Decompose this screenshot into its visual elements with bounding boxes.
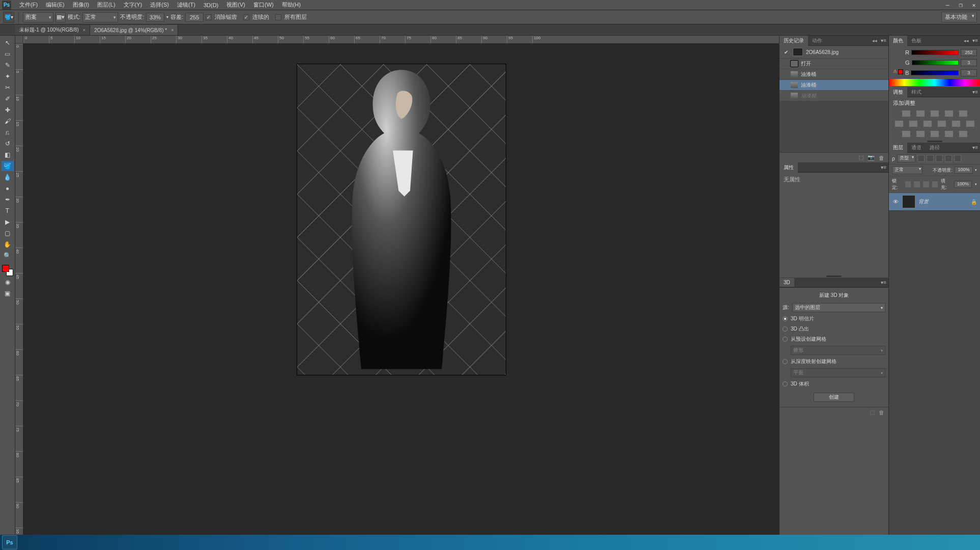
fill-source-dropdown[interactable]: 图案 [23, 12, 53, 22]
b-value[interactable]: 3 [961, 69, 977, 76]
document-tab-2[interactable]: 2O6A5628.jpg @ 14%(RGB/8) *× [90, 25, 178, 35]
history-step[interactable]: 油漆桶 [780, 80, 888, 91]
layer-row-background[interactable]: 👁 背景 🔒 [889, 193, 980, 211]
3d-source-dropdown[interactable]: 选中的图层 [792, 303, 885, 312]
pen-tool-icon[interactable]: ✒ [2, 195, 14, 205]
r-slider[interactable] [911, 50, 959, 55]
g-value[interactable]: 3 [961, 59, 977, 66]
fill-input[interactable]: 100% [954, 181, 972, 188]
panel-menu-icon[interactable]: ▾≡ [881, 280, 886, 285]
magic-wand-tool-icon[interactable]: ✦ [2, 71, 14, 81]
gamut-warning-icon[interactable]: ⚠ [892, 68, 898, 74]
paint-bucket-tool-icon[interactable]: 🪣 [2, 161, 14, 171]
vibrance-adjust-icon[interactable] [959, 110, 968, 117]
layer-filter-kind-dropdown[interactable]: 类型 [897, 154, 915, 162]
history-brush-tool-icon[interactable]: ↺ [2, 139, 14, 149]
move-tool-icon[interactable]: ↖ [2, 38, 14, 48]
all-layers-checkbox[interactable] [275, 14, 281, 20]
lasso-tool-icon[interactable]: ✎ [2, 60, 14, 70]
menu-select[interactable]: 选择(S) [146, 0, 173, 10]
filter-smart-icon[interactable] [954, 155, 961, 162]
menu-layer[interactable]: 图层(L) [93, 0, 119, 10]
tab-styles[interactable]: 样式 [907, 87, 926, 97]
lock-all-icon[interactable] [932, 181, 938, 187]
blur-tool-icon[interactable]: 💧 [2, 172, 14, 182]
document-tab-1[interactable]: 未标题-1 @ 100%(RGB/8)× [15, 25, 90, 35]
menu-filter[interactable]: 滤镜(T) [173, 0, 199, 10]
hue-adjust-icon[interactable] [895, 120, 904, 127]
tab-3d[interactable]: 3D [780, 278, 794, 287]
b-slider[interactable] [911, 70, 959, 75]
posterize-adjust-icon[interactable] [916, 130, 925, 138]
vertical-ruler[interactable]: 0510152025303540455055606570758085909510… [15, 44, 23, 539]
quickmask-tool-icon[interactable]: ◉ [2, 277, 14, 287]
window-maximize-button[interactable]: ❐ [955, 1, 967, 10]
panel-collapse-icon[interactable]: ◂◂ [964, 38, 969, 43]
marquee-tool-icon[interactable]: ▭ [2, 49, 14, 59]
3d-delete-icon[interactable]: 🗑 [879, 409, 884, 416]
stamp-tool-icon[interactable]: ⎌ [2, 127, 14, 138]
history-step[interactable]: 打开 [780, 59, 888, 69]
new-doc-from-state-icon[interactable]: ⬚ [858, 154, 863, 161]
lock-transparent-icon[interactable] [905, 181, 911, 187]
shape-tool-icon[interactable]: ▢ [2, 228, 14, 238]
menu-type[interactable]: 文字(Y) [120, 0, 147, 10]
lock-position-icon[interactable] [923, 181, 929, 187]
channelmixer-adjust-icon[interactable] [952, 120, 961, 127]
history-step[interactable]: 油漆桶 [780, 91, 888, 101]
3d-render-icon[interactable]: ⬚ [870, 409, 875, 416]
3d-volume-radio[interactable] [783, 381, 788, 387]
panel-menu-icon[interactable]: ▾≡ [972, 38, 978, 43]
taskbar-ps-icon[interactable]: Ps [2, 535, 17, 549]
tab-paths[interactable]: 路径 [926, 143, 944, 153]
menu-window[interactable]: 窗口(W) [249, 0, 278, 10]
visibility-icon[interactable]: 👁 [892, 199, 899, 205]
screenmode-tool-icon[interactable]: ▣ [2, 288, 14, 298]
menu-file[interactable]: 文件(F) [15, 0, 42, 10]
document-canvas[interactable] [297, 64, 506, 375]
menu-image[interactable]: 图像(I) [69, 0, 93, 10]
dodge-tool-icon[interactable]: ● [2, 183, 14, 194]
layer-opacity-input[interactable]: 100% [955, 167, 973, 174]
closest-color-swatch[interactable] [898, 69, 903, 74]
curves-adjust-icon[interactable] [930, 110, 939, 117]
tab-actions[interactable]: 动作 [808, 36, 826, 46]
menu-3d[interactable]: 3D(D) [199, 1, 222, 9]
tab-layers[interactable]: 图层 [889, 143, 907, 153]
3d-postcard-radio[interactable] [783, 316, 788, 321]
color-ramp[interactable] [889, 79, 980, 86]
filter-pixel-icon[interactable] [917, 155, 925, 162]
tab-history[interactable]: 历史记录 [780, 36, 808, 46]
exposure-adjust-icon[interactable] [944, 110, 954, 117]
foreground-swatch[interactable] [2, 265, 9, 272]
menu-edit[interactable]: 编辑(E) [42, 0, 69, 10]
panel-menu-icon[interactable]: ▾≡ [881, 164, 886, 170]
r-value[interactable]: 252 [961, 49, 977, 56]
hand-tool-icon[interactable]: ✋ [2, 239, 14, 250]
bw-adjust-icon[interactable] [923, 120, 932, 127]
filter-shape-icon[interactable] [945, 155, 952, 162]
filter-type-icon[interactable] [936, 155, 943, 162]
window-minimize-button[interactable]: — [941, 1, 954, 10]
history-source[interactable]: ✔ 2O6A5628.jpg [780, 46, 888, 59]
opacity-input[interactable]: 33% [146, 13, 164, 22]
panel-menu-icon[interactable]: ▾≡ [881, 38, 886, 43]
contiguous-checkbox[interactable] [243, 14, 249, 20]
zoom-tool-icon[interactable]: 🔍 [2, 251, 14, 261]
tab-channels[interactable]: 通道 [907, 143, 926, 153]
photofilter-adjust-icon[interactable] [937, 120, 946, 127]
healing-tool-icon[interactable]: ✚ [2, 105, 14, 115]
3d-preset-mesh-radio[interactable] [783, 337, 788, 342]
os-taskbar[interactable]: Ps [0, 535, 980, 550]
selective-adjust-icon[interactable] [959, 130, 968, 138]
eraser-tool-icon[interactable]: ◧ [2, 150, 14, 160]
layer-name[interactable]: 背景 [918, 198, 968, 205]
canvas-viewport[interactable] [23, 44, 779, 539]
delete-state-icon[interactable]: 🗑 [879, 155, 884, 161]
history-step[interactable]: 油漆桶 [780, 69, 888, 80]
panel-menu-icon[interactable]: ▾≡ [972, 89, 978, 95]
eyedropper-tool-icon[interactable]: ✐ [2, 94, 14, 104]
g-slider[interactable] [912, 60, 959, 65]
invert-adjust-icon[interactable] [902, 130, 911, 138]
3d-create-button[interactable]: 创建 [814, 393, 854, 402]
